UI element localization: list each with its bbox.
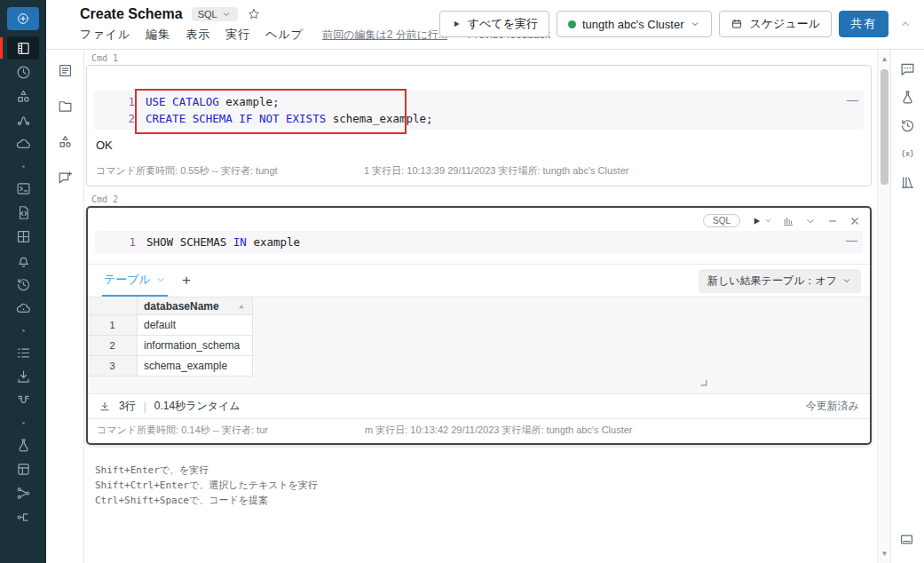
right-variables-button[interactable] xyxy=(899,146,916,163)
page-title: Create Schema xyxy=(80,6,183,22)
cmd1-label: Cmd 1 xyxy=(91,53,877,63)
flask-icon xyxy=(15,437,32,454)
share-button[interactable]: 共有 xyxy=(839,11,888,37)
cmd2-code-editor[interactable]: 1 SHOW SCHEMAS IN example — xyxy=(95,231,863,253)
toc-icon xyxy=(57,62,74,79)
plus-circle-icon xyxy=(16,12,30,26)
column-header-databaseName[interactable]: databaseName xyxy=(138,297,253,315)
cell-cmd2[interactable]: SQL 1 SHOW SCHEMAS IN example xyxy=(86,206,872,445)
chevron-down-icon[interactable] xyxy=(804,215,817,227)
add-visualization-button[interactable]: + xyxy=(182,272,191,289)
download-icon[interactable] xyxy=(99,400,111,413)
grid-icon xyxy=(15,228,32,245)
sidebar-item-sql-warehouses[interactable] xyxy=(7,297,39,320)
collapse-code-icon[interactable]: — xyxy=(846,234,857,246)
sidebar-item-compute[interactable] xyxy=(7,132,39,155)
scroll-down-arrow[interactable]: ▼ xyxy=(878,550,891,558)
cluster-selector[interactable]: tungth abc's Cluster xyxy=(557,11,713,37)
code-line[interactable]: 2 CREATE SCHEMA IF NOT EXISTS schema_exa… xyxy=(94,110,864,127)
panel-toc-button[interactable] xyxy=(57,62,74,79)
catalog-icon xyxy=(57,133,74,150)
sidebar-item-feature-store[interactable] xyxy=(7,457,39,480)
catalog-icon xyxy=(15,88,32,105)
sidebar-item-models[interactable] xyxy=(7,481,39,504)
minimize-cell-icon[interactable] xyxy=(826,215,839,227)
sidebar-item-query-history[interactable] xyxy=(7,273,39,296)
sidebar-item-pipelines[interactable] xyxy=(7,389,39,412)
chart-view-icon[interactable] xyxy=(782,215,794,227)
new-button[interactable] xyxy=(7,7,39,30)
panel-catalog-button[interactable] xyxy=(57,133,74,150)
panel-comments-button[interactable] xyxy=(57,169,74,186)
braces-x-icon xyxy=(899,146,916,163)
new-result-table-toggle[interactable]: 新しい結果テーブル：オフ xyxy=(699,269,861,293)
column-header-label: databaseName xyxy=(144,297,219,315)
divider: | xyxy=(144,400,146,413)
cluster-status-dot xyxy=(568,20,576,28)
sidebar-item-job-runs[interactable] xyxy=(7,341,39,364)
code-line[interactable]: 1 SHOW SCHEMAS IN example xyxy=(95,234,863,250)
pipeline-icon xyxy=(15,393,32,409)
right-version-history-button[interactable] xyxy=(899,117,916,134)
cell-language-pill[interactable]: SQL xyxy=(703,214,740,227)
sidebar-item-serving[interactable] xyxy=(7,505,39,528)
run-all-button[interactable]: すべてを実行 xyxy=(439,11,549,37)
calendar-icon xyxy=(731,18,743,30)
code-line[interactable]: 1 USE CATALOG example; xyxy=(94,93,864,110)
last-edit-link[interactable]: 前回の編集は2 分前に行... xyxy=(322,28,447,43)
menu-item[interactable]: 表示 xyxy=(186,27,210,43)
favorite-star-icon[interactable] xyxy=(247,7,261,21)
sidebar-item-data-ingestion[interactable] xyxy=(7,365,39,388)
cmd1-result-status: OK xyxy=(96,139,871,152)
row-count: 3行 xyxy=(119,399,136,414)
scroll-up-arrow[interactable]: ▲ xyxy=(878,55,891,63)
keyboard-icon[interactable] xyxy=(898,531,915,548)
sidebar-item-workflows[interactable] xyxy=(7,108,39,131)
new-result-table-label: 新しい結果テーブル：オフ xyxy=(707,274,837,289)
right-comments-button[interactable] xyxy=(899,60,916,77)
sidebar-item-sql-editor[interactable] xyxy=(7,177,39,200)
close-cell-icon[interactable] xyxy=(849,215,861,227)
cell-cmd1[interactable]: 1 USE CATALOG example; 2 CREATE SCHEMA I… xyxy=(86,65,872,186)
resize-table-handle[interactable] xyxy=(697,376,709,388)
row-index: 3 xyxy=(88,356,138,377)
table-row[interactable]: 2 information_schema xyxy=(88,336,253,356)
cmd1-code-editor[interactable]: 1 USE CATALOG example; 2 CREATE SCHEMA I… xyxy=(94,91,864,130)
sidebar-item-dashboards[interactable] xyxy=(7,225,39,248)
vertical-scrollbar[interactable]: ▲ ▼ xyxy=(877,50,890,563)
cloud-dot-icon xyxy=(15,300,32,317)
sidebar-item-queries[interactable] xyxy=(7,201,39,224)
sidebar-item-experiments[interactable] xyxy=(7,433,39,456)
right-libraries-button[interactable] xyxy=(899,174,916,191)
books-icon xyxy=(899,174,916,191)
collapse-header-icon[interactable] xyxy=(899,18,912,30)
sort-up-icon[interactable] xyxy=(236,301,247,312)
table-header-row: databaseName xyxy=(88,297,253,315)
table-row[interactable]: 1 default xyxy=(88,315,253,336)
sidebar-item-catalog[interactable] xyxy=(7,84,39,107)
menu-item[interactable]: 実行 xyxy=(225,27,250,43)
menu-item[interactable]: ヘルプ xyxy=(265,27,304,43)
menu-item[interactable]: ファイル xyxy=(80,27,130,43)
table-row[interactable]: 3 schema_example xyxy=(88,356,253,377)
language-selector[interactable]: SQL xyxy=(192,7,238,21)
cmd2-label: Cmd 2 xyxy=(91,194,877,204)
dot-icon xyxy=(15,158,32,175)
row-value: schema_example xyxy=(138,356,253,377)
menu-item[interactable]: 編集 xyxy=(146,27,170,43)
right-experiments-button[interactable] xyxy=(899,89,916,106)
runtime-label: 0.14秒ランタイム xyxy=(154,399,241,414)
row-value: information_schema xyxy=(138,336,253,356)
refreshed-label: 今更新済み xyxy=(806,399,859,414)
sidebar-item-workspace[interactable] xyxy=(7,36,39,59)
collapse-code-icon[interactable]: — xyxy=(847,94,858,106)
chevron-down-icon xyxy=(690,19,700,29)
sidebar-item-recents[interactable] xyxy=(7,60,39,83)
tab-table[interactable]: テーブル xyxy=(102,265,168,297)
sidebar-item-alerts[interactable] xyxy=(7,249,39,272)
scrollbar-thumb[interactable] xyxy=(881,69,888,185)
cmd2-footer: コマンド所要時間: 0.14秒 -- 実行者: tur m 実行日: 10:13… xyxy=(88,418,870,443)
schedule-button[interactable]: スケジュール xyxy=(719,11,832,37)
panel-folder-button[interactable] xyxy=(57,98,74,115)
run-cell-button[interactable] xyxy=(750,215,772,227)
